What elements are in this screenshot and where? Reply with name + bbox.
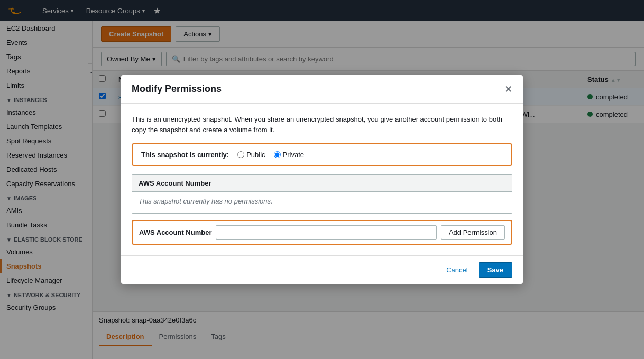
modal-body: This is an unencrypted snapshot. When yo… xyxy=(121,104,523,255)
radio-label-public: Public xyxy=(246,151,265,159)
empty-permissions-message: This snapshot currently has no permissio… xyxy=(139,197,273,205)
modal-overlay: Modify Permissions ✕ This is an unencryp… xyxy=(0,0,644,359)
permission-toggle-label: This snapshot is currently: xyxy=(141,151,229,159)
modal-title: Modify Permissions xyxy=(132,84,222,95)
radio-input-private[interactable] xyxy=(274,151,281,158)
account-table-header: AWS Account Number xyxy=(132,175,512,192)
save-button[interactable]: Save xyxy=(479,262,512,278)
modify-permissions-modal: Modify Permissions ✕ This is an unencryp… xyxy=(121,75,523,284)
modal-header: Modify Permissions ✕ xyxy=(121,75,523,104)
account-table-body: This snapshot currently has no permissio… xyxy=(132,192,512,213)
modal-footer: Cancel Save xyxy=(121,255,523,284)
permission-toggle-box: This snapshot is currently: PublicPrivat… xyxy=(132,143,512,166)
account-number-table: AWS Account Number This snapshot current… xyxy=(132,174,512,214)
add-permission-label: AWS Account Number xyxy=(139,228,211,236)
modal-close-button[interactable]: ✕ xyxy=(504,85,512,94)
radio-private[interactable]: Private xyxy=(274,151,304,159)
aws-account-number-input[interactable] xyxy=(216,225,436,240)
radio-public[interactable]: Public xyxy=(237,151,265,159)
add-permission-row: AWS Account Number Add Permission xyxy=(132,220,512,245)
add-permission-button[interactable]: Add Permission xyxy=(441,225,505,240)
cancel-button[interactable]: Cancel xyxy=(440,263,474,277)
radio-input-public[interactable] xyxy=(237,151,244,158)
modal-description: This is an unencrypted snapshot. When yo… xyxy=(132,114,512,135)
permission-radio-group: PublicPrivate xyxy=(237,151,304,159)
radio-label-private: Private xyxy=(283,151,304,159)
